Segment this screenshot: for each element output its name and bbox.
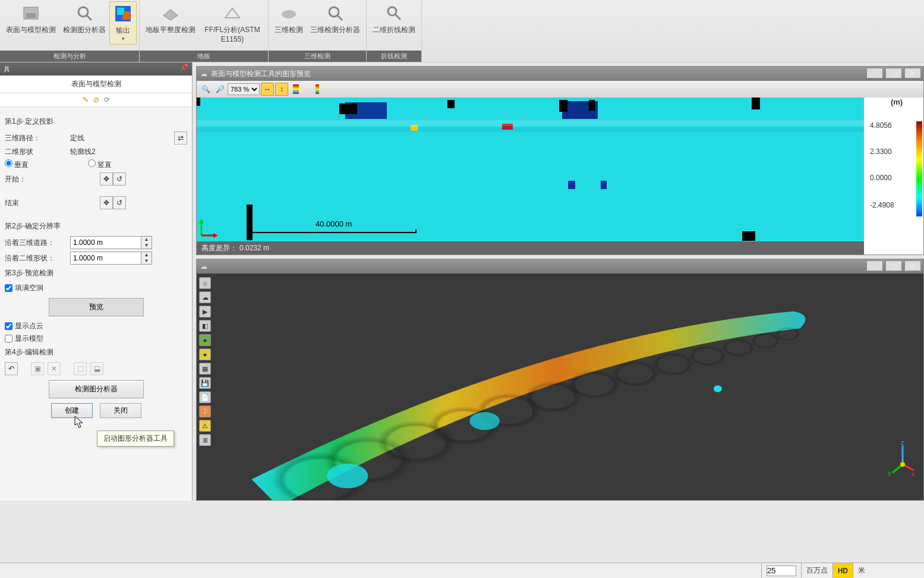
view-green-icon[interactable]: ● (199, 334, 211, 346)
axis-indicator-2d (198, 218, 219, 239)
ribbon-group-floor: 地板平整度检测 FF/FL分析(ASTM E1155) 地板 (140, 0, 269, 62)
create-button[interactable]: 创建 (51, 403, 93, 418)
bottom-pane: ☁ — ▢ ✕ ⌂ ☁ ▶ ◧ ● ● ▦ 💾 📄 � (196, 259, 924, 501)
floor-icon (161, 4, 180, 23)
reset-end-icon[interactable]: ↺ (113, 196, 126, 209)
3d-canvas[interactable]: ⌂ ☁ ▶ ◧ ● ● ▦ 💾 📄 🎨 ⚠ ≣ (197, 274, 923, 500)
along3d-input[interactable] (70, 236, 141, 249)
scale-bar (250, 230, 417, 233)
circle-slash-icon[interactable]: ⊘ (93, 96, 99, 104)
view-cloud-icon[interactable]: ☁ (199, 291, 211, 303)
zoom-in-icon[interactable]: 🔍 (199, 83, 212, 96)
view-solid-icon[interactable]: ◧ (199, 320, 211, 332)
edit-icon[interactable]: ✎ (83, 96, 89, 104)
start-label: 开始： (5, 174, 52, 184)
shape2d-value: 轮廓线2 (70, 147, 96, 157)
fit-width-icon[interactable]: ↔ (261, 83, 274, 96)
ribbon-2d-polyline[interactable]: 二维折线检测 (369, 1, 419, 37)
view-paint-icon[interactable]: 🎨 (199, 406, 211, 417)
pin-icon[interactable]: 📌 (180, 64, 188, 71)
top-toolbar: 🔍 🔎 783 % ↔ ↕ (197, 81, 923, 98)
ribbon-3d-detect[interactable]: 三维检测 (271, 1, 307, 37)
view-home-icon[interactable]: ⌂ (199, 277, 211, 289)
view-tri-icon[interactable]: ▶ (199, 306, 211, 318)
ribbon-inspect-analyzer[interactable]: 检测图分析器 (59, 1, 109, 37)
close-button[interactable]: ✕ (904, 260, 921, 271)
orient-horizontal-radio[interactable] (88, 159, 96, 167)
close-button[interactable]: 关闭 (100, 403, 141, 418)
length-unit: 米 (853, 563, 924, 578)
fit-height-icon[interactable]: ↕ (275, 83, 288, 96)
main-area: ☁ 表面与模型检测工具的图形预览 — ▢ ✕ 🔍 🔎 783 % ↔ ↕ (193, 62, 924, 501)
surface-icon (21, 4, 40, 23)
along3d-label: 沿着三维道路： (5, 238, 70, 248)
ribbon-ffl[interactable]: FF/FL分析(ASTM E1155) (199, 1, 266, 46)
reset-start-icon[interactable]: ↺ (113, 172, 126, 186)
ribbon-group-label: 地板 (140, 51, 268, 62)
ribbon-group-analysis: 表面与模型检测 检测图分析器 输出 ▾ 检测与分析 (0, 0, 140, 62)
pointcloud-render (197, 274, 923, 500)
show-pc-checkbox[interactable] (5, 322, 12, 330)
preview-button[interactable]: 预览 (49, 298, 144, 316)
show-model-checkbox[interactable] (5, 335, 12, 343)
svg-point-6 (282, 10, 296, 18)
points-input[interactable] (767, 566, 796, 576)
box-select-icon[interactable]: ▣ (31, 362, 44, 375)
along2d-input[interactable] (70, 252, 141, 265)
heatmap-canvas[interactable]: 40.0000 m (197, 98, 864, 241)
ribbon-group-label: 折线检测 (367, 51, 421, 62)
legend-zero: 0.0000 (870, 174, 892, 182)
svg-line-3 (87, 15, 92, 20)
legend-min: -2.4908 (870, 201, 894, 209)
spin-down[interactable]: ▼ (141, 243, 152, 249)
ribbon-group-label: 三维检测 (269, 51, 366, 62)
spin-up[interactable]: ▲ (141, 237, 152, 243)
spin-down[interactable]: ▼ (141, 258, 152, 264)
spin-up[interactable]: ▲ (141, 252, 152, 258)
top-pane-header[interactable]: ☁ 表面与模型检测工具的图形预览 — ▢ ✕ (197, 67, 923, 81)
bottom-pane-header[interactable]: ☁ — ▢ ✕ (197, 259, 923, 274)
ribbon-floor-flat[interactable]: 地板平整度检测 (142, 1, 199, 37)
maximize-button[interactable]: ▢ (885, 260, 902, 271)
ribbon: 表面与模型检测 检测图分析器 输出 ▾ 检测与分析 地板平整度检测 FF/FL分… (0, 0, 924, 62)
view-yellow-icon[interactable]: ● (199, 348, 211, 360)
svg-point-7 (329, 7, 339, 17)
pick-end-icon[interactable]: ✥ (100, 196, 113, 209)
side-panel: 具 📌 表面与模型检测 ✎ ⊘ ⟳ 第1步·定义投影 三维路径： 定线 ⇄ 二维… (0, 62, 193, 501)
maximize-button[interactable]: ▢ (885, 68, 902, 78)
pick-start-icon[interactable]: ✥ (100, 172, 113, 186)
step3-label: 第3步·预览检测 (5, 268, 187, 278)
undo-icon[interactable]: ↶ (5, 362, 18, 375)
analyzer-button[interactable]: 检测图分析器 (49, 380, 144, 398)
hd-badge[interactable]: HD (832, 563, 853, 578)
magnify-icon (75, 4, 94, 23)
ribbon-3d-analyzer[interactable]: 三维检测分析器 (307, 1, 364, 37)
swap-icon[interactable]: ⇄ (174, 131, 187, 144)
close-button[interactable]: ✕ (904, 68, 921, 78)
view-disk-icon[interactable]: 💾 (199, 377, 211, 389)
side-panel-header[interactable]: 具 📌 (0, 62, 192, 76)
orient-vertical-radio[interactable] (5, 159, 12, 167)
gradient-v-icon[interactable] (289, 83, 302, 96)
view-doc-icon[interactable]: 📄 (199, 391, 211, 403)
fill-holes-checkbox[interactable] (5, 284, 12, 292)
view-warn-icon[interactable]: ⚠ (199, 420, 211, 432)
ribbon-export[interactable]: 输出 ▾ (109, 1, 137, 45)
refresh-icon[interactable]: ⟳ (104, 96, 110, 104)
zoom-select[interactable]: 783 % (228, 83, 260, 95)
ribbon-surface-model[interactable]: 表面与模型检测 (2, 1, 59, 37)
gradient-bar-icon[interactable] (311, 83, 324, 96)
show-model-label: 显示模型 (15, 334, 43, 344)
svg-point-39 (900, 462, 905, 467)
svg-line-10 (395, 14, 400, 20)
tool-a-icon[interactable]: ⬚ (74, 362, 87, 375)
view-grid-icon[interactable]: ▦ (199, 363, 211, 375)
tool-b-icon[interactable]: ⬓ (90, 362, 103, 375)
points-unit: 百万点 (801, 563, 832, 578)
minimize-button[interactable]: — (866, 68, 883, 78)
svg-point-24 (612, 361, 658, 387)
zoom-out-icon[interactable]: 🔎 (213, 83, 226, 96)
view-layers-icon[interactable]: ≣ (199, 434, 211, 446)
minimize-button[interactable]: — (866, 260, 883, 271)
lasso-icon[interactable]: ✕ (48, 362, 61, 375)
